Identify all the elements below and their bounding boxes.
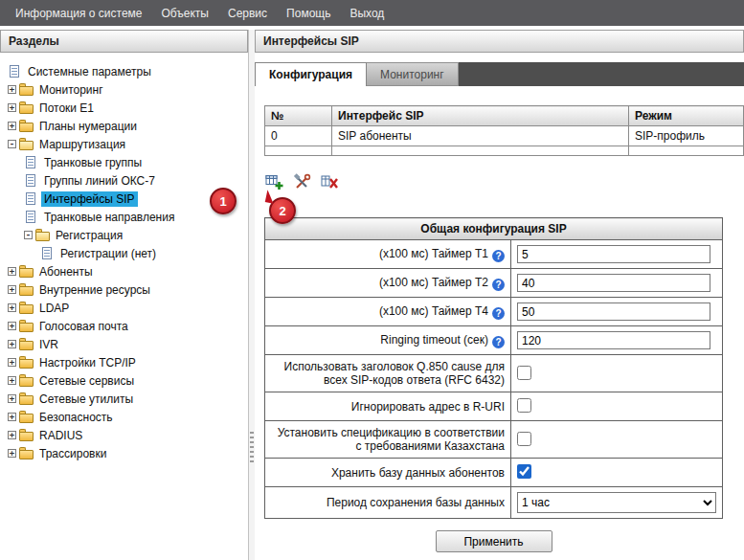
kazakhstan-spec-checkbox[interactable]	[517, 432, 531, 446]
tree-item-label[interactable]: Маршрутизация	[36, 137, 128, 152]
tree-item[interactable]: + IVR	[0, 335, 248, 353]
tree-node-icon	[19, 137, 34, 151]
tree-item[interactable]: Регистрации (нет)	[0, 244, 248, 262]
tree-expander-icon[interactable]: -	[24, 231, 33, 239]
ringing-timeout-input[interactable]	[517, 331, 710, 349]
body: Разделы Системные параметры + Мониторинг…	[0, 30, 744, 560]
tree-expander-icon[interactable]: +	[8, 85, 16, 94]
tree-item-label[interactable]: Сетевые сервисы	[36, 373, 137, 389]
tree-expander-icon[interactable]: +	[8, 122, 16, 130]
help-icon[interactable]: ?	[492, 279, 505, 291]
tree-item[interactable]: - Маршрутизация	[0, 135, 248, 153]
help-icon[interactable]: ?	[492, 307, 505, 320]
tree-item[interactable]: + Трассировки	[0, 444, 248, 462]
tree-expander-icon[interactable]: +	[8, 267, 16, 276]
tree-item-label[interactable]: Настройки TCP/IP	[36, 355, 139, 370]
edit-interface-button[interactable]	[292, 172, 311, 191]
menu-item-3[interactable]: Помощь	[277, 3, 340, 24]
tree-item[interactable]: Группы линий ОКС-7	[0, 171, 248, 190]
timer-t1-input[interactable]	[517, 245, 710, 263]
tree-item[interactable]: + Сетевые утилиты	[0, 390, 248, 408]
table-cell: SIP-профиль	[629, 126, 744, 146]
timer-t4-input[interactable]	[517, 302, 710, 321]
form-label-text: Использовать заголовок Q.850 cause для в…	[284, 360, 505, 387]
tree-item[interactable]: + Планы нумерации	[0, 117, 248, 135]
tree-item[interactable]: + Голосовая почта	[0, 317, 248, 335]
tree-item[interactable]: + Потоки E1	[0, 99, 248, 117]
tree-item[interactable]: + Абоненты	[0, 262, 248, 280]
tree-item-label[interactable]: Группы линий ОКС-7	[41, 173, 158, 189]
form-control-cell	[511, 240, 723, 269]
tab-monitoring[interactable]: Мониторинг	[367, 62, 459, 86]
tree-item[interactable]: + Сетевые сервисы	[0, 371, 248, 390]
form-label-db-save-period: Период сохранения базы данных	[265, 487, 511, 519]
ignore-r-uri-checkbox[interactable]	[517, 398, 531, 413]
add-interface-button[interactable]	[264, 172, 283, 191]
store-subscriber-db-checkbox[interactable]	[517, 464, 531, 479]
tree-expander-icon[interactable]: +	[8, 431, 16, 439]
tree-item[interactable]: Системные параметры	[0, 62, 248, 80]
tree-item[interactable]: + Мониторинг	[0, 80, 248, 99]
timer-t2-input[interactable]	[517, 274, 710, 292]
help-icon[interactable]: ?	[492, 336, 505, 348]
tree-item-label[interactable]: Регистрации (нет)	[57, 246, 159, 261]
tree-item-label[interactable]: Регистрация	[53, 228, 125, 243]
menu-item-2[interactable]: Сервис	[218, 3, 277, 24]
tree-item[interactable]: + LDAP	[0, 299, 248, 317]
delete-interface-button[interactable]	[320, 172, 339, 191]
tree-expander-icon[interactable]: +	[8, 285, 16, 294]
tree-expander-icon[interactable]: +	[8, 303, 16, 312]
table-row[interactable]: 0SIP абонентыSIP-профиль	[265, 126, 744, 146]
tree-expander-icon[interactable]: +	[8, 449, 16, 458]
splitter-grip-icon[interactable]	[250, 432, 254, 464]
apply-button[interactable]: Применить	[436, 530, 552, 552]
tree-item-label[interactable]: Голосовая почта	[36, 319, 131, 334]
tree-expander-icon[interactable]: +	[8, 394, 16, 403]
form-row-ignore-r-uri: Игнорировать адрес в R-URI	[265, 392, 723, 421]
menu-item-4[interactable]: Выход	[340, 3, 394, 24]
tree-expander-icon[interactable]: +	[8, 340, 16, 348]
tree-item-label[interactable]: Сетевые утилиты	[36, 392, 136, 407]
sip-config-form: Общая конфигурация SIP (x100 мс) Таймер …	[264, 217, 723, 519]
tree-item-label[interactable]: Безопасность	[36, 410, 116, 425]
tree-item-label[interactable]: Системные параметры	[25, 64, 154, 79]
db-save-period-select[interactable]: 1 час	[517, 492, 716, 513]
tree-item-label[interactable]: LDAP	[36, 301, 72, 316]
tree-node-icon	[24, 173, 38, 188]
tree-node-icon	[35, 228, 50, 242]
tree-item[interactable]: Транковые направления	[0, 208, 248, 226]
tree-item-label[interactable]: Трассировки	[36, 446, 109, 461]
q850-cause-checkbox[interactable]	[517, 366, 531, 380]
tree-expander-icon[interactable]: -	[8, 140, 16, 148]
apply-row: Применить	[264, 530, 723, 552]
tree-item-label[interactable]: Транковые направления	[41, 210, 177, 225]
tree-item-label[interactable]: Интерфейсы SIP	[41, 191, 138, 207]
tree-item-label[interactable]: Мониторинг	[36, 82, 106, 98]
tree-item-label[interactable]: Потоки E1	[36, 101, 97, 116]
menubar: Информация о системеОбъектыСервисПомощьВ…	[0, 0, 744, 26]
tree-expander-icon[interactable]: +	[8, 103, 16, 112]
tree-item-label[interactable]: Абоненты	[36, 264, 96, 280]
tree-expander-icon[interactable]: +	[8, 322, 16, 330]
tree-expander-icon[interactable]: +	[8, 413, 16, 421]
menu-item-1[interactable]: Объекты	[151, 3, 218, 24]
tree-item[interactable]: + Настройки TCP/IP	[0, 353, 248, 371]
form-label-text: (x100 мс) Таймер T4	[379, 304, 488, 318]
tab-configuration[interactable]: Конфигурация	[255, 62, 367, 86]
form-row-q850-cause: Использовать заголовок Q.850 cause для в…	[265, 355, 723, 392]
tree-item[interactable]: + RADIUS	[0, 426, 248, 444]
tree-item[interactable]: - Регистрация	[0, 226, 248, 244]
tree-item[interactable]: Транковые группы	[0, 153, 248, 171]
tree-item-label[interactable]: Планы нумерации	[36, 119, 140, 134]
tree-item-label[interactable]: IVR	[36, 337, 61, 352]
form-control-cell	[511, 392, 723, 421]
tree-expander-icon[interactable]: +	[8, 376, 16, 385]
tree-expander-icon[interactable]: +	[8, 358, 16, 367]
tree-item-label[interactable]: Транковые группы	[41, 155, 145, 170]
tree-item-label[interactable]: RADIUS	[36, 428, 85, 443]
tree-item[interactable]: + Внутренние ресурсы	[0, 280, 248, 299]
tree-item-label[interactable]: Внутренние ресурсы	[36, 282, 153, 298]
tree-item[interactable]: + Безопасность	[0, 408, 248, 426]
menu-item-0[interactable]: Информация о системе	[6, 3, 151, 24]
help-icon[interactable]: ?	[492, 250, 505, 262]
